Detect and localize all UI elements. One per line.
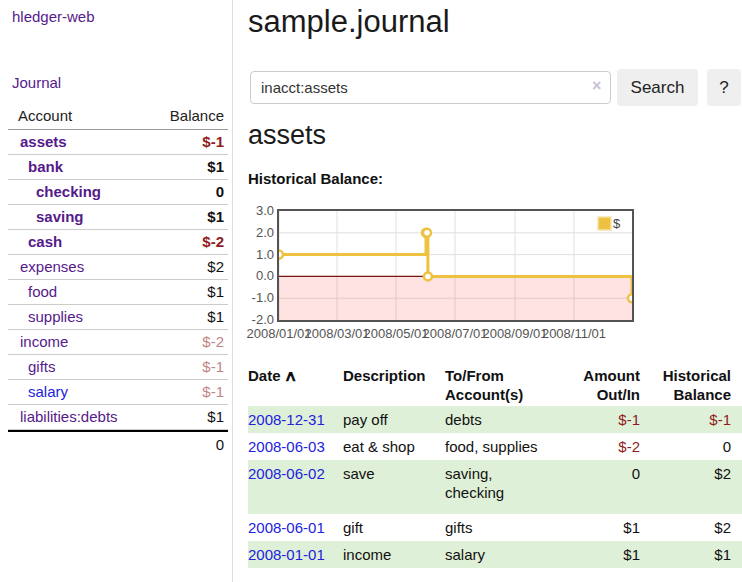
accounts-table: Account Balance assets$-1bank$1checking0… <box>8 104 228 457</box>
transaction-date-link[interactable]: 2008-06-03 <box>248 438 325 455</box>
sidebar-account-link[interactable]: salary <box>8 383 68 401</box>
account-row: cash$-2 <box>8 230 228 255</box>
account-balance: $1 <box>207 158 224 176</box>
account-balance: 0 <box>216 183 224 201</box>
account-row: saving$1 <box>8 205 228 230</box>
sidebar-account-link[interactable]: saving <box>8 208 84 226</box>
x-tick-label: 2008/05/01 <box>363 326 428 341</box>
account-row: supplies$1 <box>8 305 228 330</box>
transaction-accounts: salary <box>445 541 578 568</box>
sidebar-account-link[interactable]: income <box>8 333 68 351</box>
chart-title: Historical Balance: <box>248 170 383 187</box>
transaction-description: pay off <box>343 406 445 433</box>
transaction-balance: $1 <box>640 541 742 568</box>
sidebar-account-link[interactable]: liabilities:debts <box>8 408 118 426</box>
y-tick-label: 3.0 <box>256 204 274 218</box>
transaction-balance: $2 <box>640 460 742 514</box>
account-row: bank$1 <box>8 155 228 180</box>
transaction-date-cell: 2008-06-01 <box>248 514 343 541</box>
main-content: sample.journal × Search ? assets Histori… <box>248 0 742 582</box>
sidebar-account-link[interactable]: assets <box>8 133 67 151</box>
sidebar-account-link[interactable]: cash <box>8 233 62 251</box>
accounts-total-row: 0 <box>8 430 228 457</box>
chart-svg: $ <box>277 209 634 322</box>
app-brand-link[interactable]: hledger-web <box>12 8 95 25</box>
transaction-description: income <box>343 541 445 568</box>
transaction-accounts: food, supplies <box>445 433 578 460</box>
transaction-date-link[interactable]: 2008-01-01 <box>248 546 325 563</box>
transaction-date-link[interactable]: 2008-12-31 <box>248 411 325 428</box>
x-tick-label: 2008/03/01 <box>304 326 369 341</box>
transaction-row: 2008-12-31pay offdebts$-1$-1 <box>248 406 742 433</box>
account-row: food$1 <box>8 280 228 305</box>
transaction-amount: $1 <box>578 541 640 568</box>
sidebar-account-link[interactable]: expenses <box>8 258 84 276</box>
accounts-total-value: 0 <box>216 436 224 453</box>
transaction-balance: $2 <box>640 514 742 541</box>
chart-x-axis: 2008/01/012008/03/012008/05/012008/07/01… <box>277 326 677 342</box>
account-balance: $1 <box>207 283 224 301</box>
x-tick-label: 2008/09/01 <box>482 326 547 341</box>
transaction-date-cell: 2008-06-03 <box>248 433 343 460</box>
transaction-amount: $-1 <box>578 406 640 433</box>
accounts-table-header: Account Balance <box>8 104 228 130</box>
sort-ascending-icon: ∧ <box>283 366 297 385</box>
account-row: salary$-1 <box>8 380 228 405</box>
accounts-column-balance: Balance <box>170 107 224 124</box>
transaction-row: 2008-06-02savesaving, checking0$2 <box>248 460 742 514</box>
search-input[interactable] <box>250 71 611 104</box>
account-balance: $2 <box>207 258 224 276</box>
sidebar-account-link[interactable]: checking <box>8 183 101 201</box>
account-balance: $1 <box>207 208 224 226</box>
transaction-date-link[interactable]: 2008-06-01 <box>248 519 325 536</box>
account-balance: $1 <box>207 408 224 426</box>
transaction-amount: 0 <box>578 460 640 514</box>
transaction-accounts: saving, checking <box>445 460 578 514</box>
transaction-balance: 0 <box>640 433 742 460</box>
x-tick-label: 2008/07/01 <box>422 326 487 341</box>
y-tick-label: -1.0 <box>252 291 274 305</box>
transactions-table: Date∧ Description To/From Account(s) Amo… <box>248 364 742 568</box>
transaction-description: gift <box>343 514 445 541</box>
transactions-header-row: Date∧ Description To/From Account(s) Amo… <box>248 364 742 406</box>
transaction-accounts: gifts <box>445 514 578 541</box>
account-balance: $-1 <box>202 383 224 401</box>
sidebar-account-link[interactable]: supplies <box>8 308 83 326</box>
x-tick-label: 2008/11/01 <box>542 326 606 341</box>
account-row: gifts$-1 <box>8 355 228 380</box>
transaction-balance: $-1 <box>640 406 742 433</box>
account-balance: $-2 <box>202 333 224 351</box>
sidebar-account-link[interactable]: food <box>8 283 57 301</box>
account-row: checking0 <box>8 180 228 205</box>
historical-balance-chart: $ <box>277 209 634 322</box>
sidebar-account-link[interactable]: gifts <box>8 358 56 376</box>
sidebar: hledger-web Journal Account Balance asse… <box>0 0 233 582</box>
y-tick-label: -2.0 <box>252 313 274 327</box>
transaction-accounts: debts <box>445 406 578 433</box>
transaction-row: 2008-01-01incomesalary$1$1 <box>248 541 742 568</box>
transaction-amount: $1 <box>578 514 640 541</box>
account-balance: $-1 <box>202 133 224 151</box>
y-tick-label: 0.0 <box>256 269 274 283</box>
x-tick-label: 2008/01/01 <box>246 326 311 341</box>
account-row: liabilities:debts$1 <box>8 405 228 430</box>
transaction-row: 2008-06-03eat & shopfood, supplies$-20 <box>248 433 742 460</box>
account-balance: $1 <box>207 308 224 326</box>
y-tick-label: 1.0 <box>256 248 274 262</box>
column-accounts: To/From Account(s) <box>445 364 578 406</box>
sidebar-item-journal[interactable]: Journal <box>12 74 61 91</box>
transaction-date-cell: 2008-06-02 <box>248 460 343 514</box>
column-date[interactable]: Date∧ <box>248 364 343 406</box>
search-button[interactable]: Search <box>617 69 698 106</box>
clear-search-icon[interactable]: × <box>592 78 601 94</box>
sidebar-account-link[interactable]: bank <box>8 158 63 176</box>
page-title: sample.journal <box>248 4 450 40</box>
transaction-date-cell: 2008-01-01 <box>248 541 343 568</box>
transaction-date-link[interactable]: 2008-06-02 <box>248 465 325 482</box>
account-balance: $-2 <box>202 233 224 251</box>
transaction-date-cell: 2008-12-31 <box>248 406 343 433</box>
column-description: Description <box>343 364 445 406</box>
help-button[interactable]: ? <box>707 69 741 106</box>
account-balance: $-1 <box>202 358 224 376</box>
transaction-description: save <box>343 460 445 514</box>
